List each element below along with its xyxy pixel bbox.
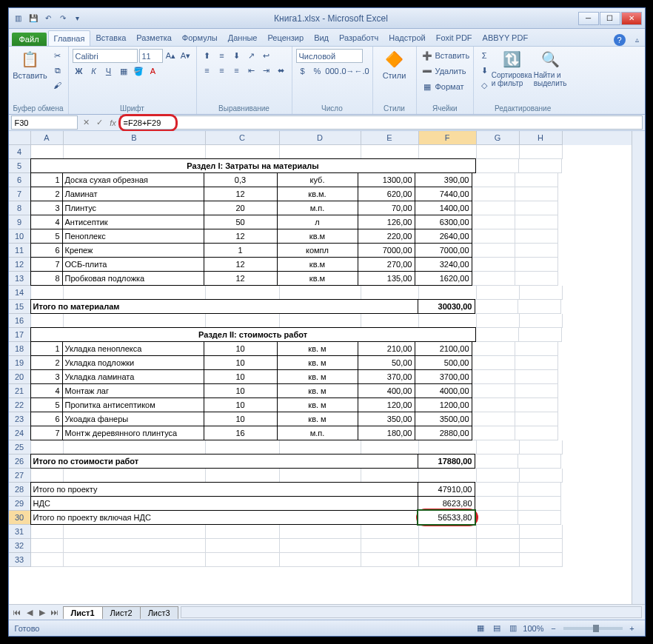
cell-D24[interactable]: м.п. [277,426,358,440]
undo-icon[interactable]: ↶ [41,12,55,25]
cell-G27[interactable] [477,469,520,483]
total-value[interactable]: 17880,00 [418,454,475,469]
cell-F21[interactable]: 4000,00 [415,383,472,398]
section-header[interactable]: Раздел II: стоимость работ [30,327,476,342]
cell-E24[interactable]: 180,00 [358,426,415,440]
help-icon[interactable]: ? [614,34,626,46]
maximize-button[interactable]: ☐ [600,12,620,25]
cell-F27[interactable] [419,469,477,483]
cell-D33[interactable] [280,553,361,567]
cell-F9[interactable]: 6300,00 [415,215,472,229]
row-header-14[interactable]: 14 [9,286,31,300]
cell-F25[interactable] [419,440,477,455]
cell-A6[interactable]: 1 [30,172,63,187]
shrink-font-icon[interactable]: A▾ [179,50,192,63]
cell-D18[interactable]: кв. м [277,341,358,356]
cell-A11[interactable]: 6 [30,243,63,258]
cell-B11[interactable]: Крепеж [62,243,204,258]
cell-B31[interactable] [64,525,206,539]
horizontal-scrollbar[interactable] [181,606,642,618]
cell[interactable] [518,455,561,469]
view-pagebreak-icon[interactable]: ▥ [506,622,520,635]
tab-разметка[interactable]: Разметка [131,30,177,46]
row-header-12[interactable]: 12 [9,258,31,272]
cell-C20[interactable]: 10 [204,369,278,384]
cell-F6[interactable]: 390,00 [415,172,472,187]
cell-F4[interactable] [419,145,477,159]
cell-G16[interactable] [477,314,520,328]
currency-icon[interactable]: $ [296,64,309,78]
spreadsheet-grid[interactable]: ABCDEFGH 4567891011121314151617181920212… [9,131,645,604]
cell-H23[interactable] [515,412,558,426]
cell[interactable] [518,497,561,511]
cell-B21[interactable]: Монтаж лаг [62,383,204,398]
cell-A19[interactable]: 2 [30,355,63,370]
row-header-20[interactable]: 20 [9,370,31,384]
cell-A16[interactable] [31,314,64,328]
cell-B19[interactable]: Укладка подложки [62,355,204,370]
cell-G32[interactable] [477,539,520,553]
cell-A9[interactable]: 4 [30,215,63,229]
cell-F10[interactable]: 2640,00 [415,229,472,244]
cell-G14[interactable] [477,286,520,300]
cell-B13[interactable]: Пробковая подложка [62,271,204,286]
cell-E6[interactable]: 1300,00 [358,172,415,187]
row-header-24[interactable]: 24 [9,426,31,440]
cell-F18[interactable]: 2100,00 [415,341,472,356]
minimize-button[interactable]: ─ [578,12,599,25]
font-color-icon[interactable]: A [147,64,160,78]
cell-A24[interactable]: 7 [30,426,63,440]
cell-C12[interactable]: 12 [204,257,278,272]
cell-A20[interactable]: 3 [30,369,63,384]
tab-надстрой[interactable]: Надстрой [384,30,430,46]
cell-F16[interactable] [419,314,477,328]
align-left-icon[interactable]: ≡ [201,64,214,77]
cell-E23[interactable]: 350,00 [358,412,415,426]
wrap-text-icon[interactable]: ↩ [260,49,273,62]
cell-H13[interactable] [515,272,558,286]
clear-icon[interactable]: ◇ [478,78,491,92]
cell-F8[interactable]: 1400,00 [415,201,472,215]
cell-H24[interactable] [515,426,558,440]
cell-E22[interactable]: 120,00 [358,398,415,412]
cell-B20[interactable]: Укладка ламината [62,369,204,384]
cell-G21[interactable] [472,384,515,398]
cell-C31[interactable] [206,525,280,539]
cell-D14[interactable] [280,286,361,300]
underline-icon[interactable]: Ч [102,64,115,78]
cell-C32[interactable] [206,539,280,553]
cell-B22[interactable]: Пропитка антисептиком [62,398,204,412]
cell-B16[interactable] [64,314,206,328]
row-header-15[interactable]: 15 [9,300,31,314]
cell-G12[interactable] [472,258,515,272]
row-header-11[interactable]: 11 [9,244,31,258]
select-all-corner[interactable] [9,131,31,145]
cell[interactable] [475,497,518,511]
cell-B24[interactable]: Монтж деревянного плинтуса [62,426,204,440]
cell[interactable] [475,483,518,497]
row-header-31[interactable]: 31 [9,525,31,539]
cell-H10[interactable] [515,229,558,244]
cell-G4[interactable] [477,145,520,159]
cell-D8[interactable]: м.п. [277,201,358,215]
font-size-combo[interactable]: 11 [139,49,163,63]
cell-C27[interactable] [206,469,280,483]
cell-A33[interactable] [31,553,64,567]
format-cells-button[interactable]: ▦Формат [421,80,470,93]
number-format-combo[interactable]: Числовой [296,49,363,63]
save-icon[interactable]: 💾 [27,12,40,25]
merge-icon[interactable]: ⬌ [275,64,288,77]
find-select-button[interactable]: 🔍 Найти и выделить [532,49,568,87]
cell-D4[interactable] [280,145,361,159]
cell-E33[interactable] [361,553,419,567]
cell-G7[interactable] [472,187,515,201]
cell-H8[interactable] [515,201,558,215]
cell-A22[interactable]: 5 [30,398,63,412]
align-middle-icon[interactable]: ≡ [215,49,229,62]
cell-D22[interactable]: кв. м [277,398,358,412]
cell-B18[interactable]: Укладка пеноплекса [62,341,204,356]
cell-E13[interactable]: 135,00 [358,271,415,286]
cell-B6[interactable]: Доска сухая обрезная [62,172,204,187]
align-center-icon[interactable]: ≡ [215,64,229,77]
grow-font-icon[interactable]: A▴ [164,50,178,63]
